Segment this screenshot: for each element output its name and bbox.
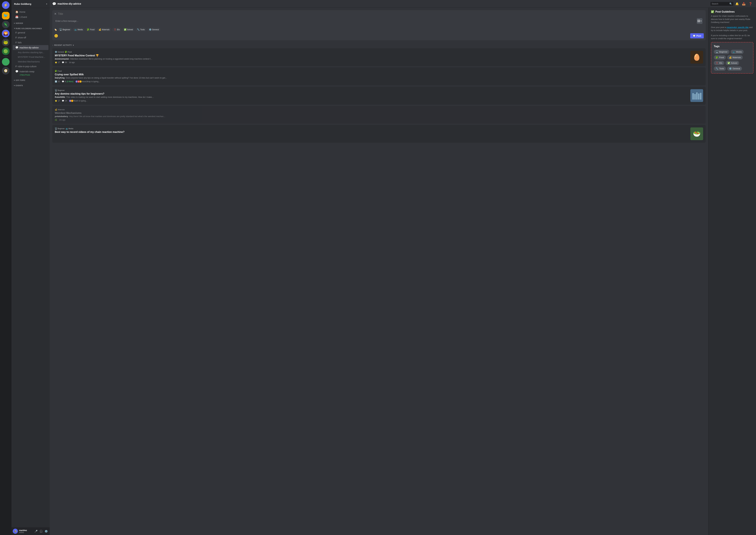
food-label: Food: [90, 29, 95, 31]
guidelines-check-icon: ✅: [711, 10, 714, 13]
events-label: EVENTS: [15, 85, 23, 87]
weirdest-name: Weirdest Mechanisms: [18, 60, 47, 63]
rube-pop-channel[interactable]: # rube-in-pop-culture: [13, 64, 48, 69]
comment-icon-3: 💬: [62, 100, 64, 102]
materials-swap-channel[interactable]: 💬 materials-swap: [13, 69, 48, 74]
server-category[interactable]: ▸ SERVER: [12, 19, 50, 25]
events-category[interactable]: ▸ EVENTS: [12, 82, 50, 87]
server-chevron-icon: ▾: [46, 3, 47, 5]
rp-materials-icon: 💰: [729, 56, 732, 59]
server-icon-rube-goldberg[interactable]: 🐦: [2, 12, 10, 19]
new-comments-badge: (3 New): [67, 80, 73, 83]
rp-tag-tools[interactable]: 🔧 Tools: [714, 67, 726, 71]
inbox-button[interactable]: 📥: [741, 1, 747, 6]
rp-tag-materials[interactable]: 💰 Materials: [727, 55, 743, 60]
any-domino-thread[interactable]: Any domino stacking tips...: [13, 50, 48, 55]
mystery-food-title-text: MYSTERY Food Machine Contest 🏆: [55, 54, 99, 57]
tag-ids[interactable]: ❗IDs: [112, 28, 121, 31]
food-tag-label: Food: [68, 51, 72, 53]
media-icon: 📺: [74, 28, 77, 31]
tag-tools[interactable]: 🔧Tools: [135, 28, 146, 31]
record-videos-tags: 🖥️ Beginner 📺 Media: [55, 127, 688, 130]
machine-diy-channel[interactable]: 💬 machine-diy-advice: [13, 45, 48, 50]
discover-button[interactable]: 🧭: [2, 67, 10, 74]
general-name: general: [18, 31, 47, 34]
spilled-milk-comments: 💬 8 (3 New): [62, 80, 73, 83]
thumbnail-emoji: 🥚: [693, 53, 701, 61]
server-icon-5[interactable]: 🟢: [2, 47, 10, 55]
help-button[interactable]: ❓: [747, 1, 753, 6]
spilled-milk-preview-text: Does anyone have any tips on doing a liq…: [66, 77, 167, 79]
rp-tag-food[interactable]: 🥦 Food: [714, 55, 726, 60]
channel-header: 💬 machine-diy-advice 🔍 🔔 📥 ❓: [50, 0, 756, 8]
food-tag-label-2: Food: [58, 70, 62, 72]
tag-media[interactable]: 📺Media: [73, 28, 84, 31]
weirdest-post[interactable]: 💰 Materials Weirdest Mechanisms potatoba…: [52, 106, 706, 124]
headphones-button[interactable]: 🎧: [39, 529, 43, 533]
star-icon: ⭐: [55, 61, 57, 64]
rp-tag-solved[interactable]: ✅ Solved: [726, 61, 739, 65]
domino-tips-title: Any domino stacking tips for beginners?: [55, 92, 688, 95]
mystery-food-thread[interactable]: MYSTERY Food Machine...: [13, 55, 48, 59]
rube-category[interactable]: ▾ RUBE GOLDBERG MACHINES: [12, 25, 50, 30]
offtopic-category[interactable]: ▸ OFF-TOPIC: [12, 77, 50, 82]
rp-tag-general[interactable]: ⚙️ General: [727, 67, 742, 71]
recent-activity-header[interactable]: ↕️ RECENT ACTIVITY ▾: [52, 43, 706, 48]
tag-materials[interactable]: 💰Materials: [97, 28, 111, 31]
tag-beginner[interactable]: 🖥️Beginner: [58, 28, 72, 31]
new-post-message-area: Enter a first message... 🖼+: [54, 17, 704, 25]
server-icon-2[interactable]: 🦎: [2, 21, 10, 28]
user-avatar: 🪨: [13, 529, 18, 534]
server-icon-4[interactable]: 🐸: [2, 39, 10, 46]
record-videos-post[interactable]: 🖥️ Beginner 📺 Media Best way to record v…: [52, 125, 706, 143]
offtopic-arrow: ▸: [14, 79, 15, 81]
post-button[interactable]: 💬 Post: [690, 33, 704, 39]
general-channel[interactable]: # general: [13, 30, 48, 35]
tag-food[interactable]: 🥦Food: [85, 28, 96, 31]
tag-solved[interactable]: ✅Solved: [122, 28, 135, 31]
search-box[interactable]: 🔍: [711, 2, 733, 6]
discord-home-icon[interactable]: ⚡: [2, 1, 10, 9]
rp-solved-label: Solved: [731, 62, 737, 64]
search-input[interactable]: [712, 3, 728, 5]
tag-general[interactable]: ⚙️General: [147, 28, 160, 31]
weirdest-thread[interactable]: Weirdest Mechanisms: [13, 59, 48, 64]
domino-typing-user: Mush: [73, 100, 78, 102]
close-post-button[interactable]: ✕: [54, 12, 57, 15]
mystery-food-post[interactable]: ⚙️ General 🥦 Food MYSTERY Food Machine C…: [52, 48, 706, 66]
add-server-button[interactable]: +: [2, 58, 10, 66]
server-header[interactable]: Rube Goldberg ▾: [12, 0, 50, 8]
post-btn-label: Post: [696, 35, 701, 37]
events-arrow: ▸: [14, 84, 15, 87]
beginner-tag-icon-2: 🖥️: [55, 127, 57, 130]
beginner-label: Beginner: [63, 29, 70, 31]
notification-button[interactable]: 🔔: [734, 1, 740, 6]
mic-button[interactable]: 🎤: [34, 529, 38, 533]
mystery-food-preview-text: Attention inventors! We're planning on h…: [70, 58, 152, 60]
post-title-input[interactable]: [58, 12, 704, 15]
rp-tag-beginner[interactable]: 🖥️ Beginner: [714, 50, 729, 54]
fails-channel[interactable]: # fails: [13, 40, 48, 45]
emoji-button[interactable]: 😊: [54, 34, 58, 38]
show-off-channel[interactable]: # show-off: [13, 35, 48, 40]
domino-tips-post[interactable]: 🖥️ Beginner Any domino stacking tips for…: [52, 87, 706, 105]
mystery-food-content: ⚙️ General 🥦 Food MYSTERY Food Machine C…: [55, 51, 688, 64]
record-videos-title: Best way to record videos of my chain re…: [55, 130, 688, 133]
desc2-link[interactable]: meaningful, specific title: [727, 26, 748, 29]
mystery-food-author: dominomaster: [55, 58, 69, 60]
server-icon-3[interactable]: 🌄: [2, 30, 10, 37]
home-channel[interactable]: 🏠 Home: [13, 10, 48, 14]
media-label: Media: [77, 29, 83, 31]
spilled-milk-author: DairyKing: [55, 77, 65, 79]
events-channel[interactable]: 📅 1 Event: [13, 14, 48, 19]
domino-typing-avatars: 🍄 ●: [69, 99, 73, 102]
general-icon: ⚙️: [149, 28, 152, 31]
spilled-milk-post[interactable]: 🥦 Food Crying over Spilled Milk DairyKin…: [52, 68, 706, 85]
attach-button[interactable]: 🖼+: [697, 18, 703, 24]
rp-tag-ids[interactable]: ❗ IDs: [714, 61, 724, 65]
settings-button[interactable]: ⚙️: [44, 529, 48, 533]
guidelines-title: ✅ Post Guidelines: [711, 10, 753, 13]
spilled-comments-count: 8: [65, 80, 66, 83]
star-icon-2: ⭐: [55, 100, 57, 102]
rp-tag-media[interactable]: 📺 Media: [731, 50, 743, 54]
